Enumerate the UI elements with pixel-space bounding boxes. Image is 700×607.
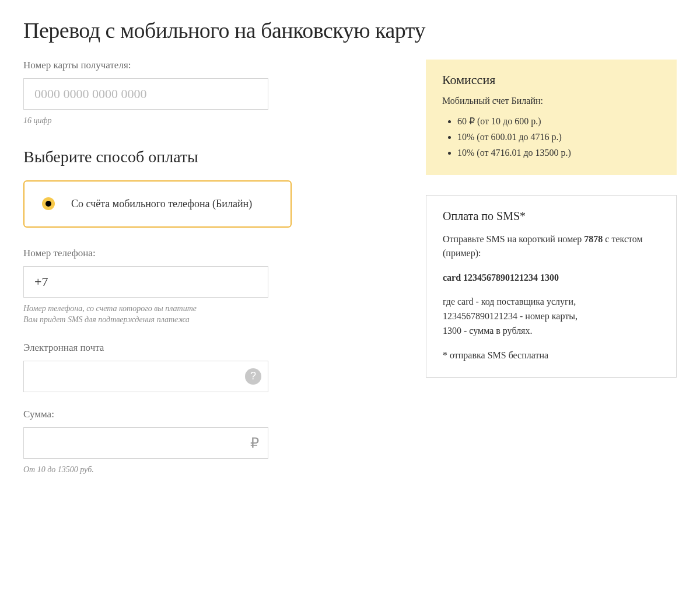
payment-method-heading: Выберите способ оплаты <box>23 148 292 166</box>
sms-panel: Оплата по SMS* Отправьте SMS на короткий… <box>426 195 677 378</box>
help-icon[interactable]: ? <box>245 368 261 385</box>
sms-explain: где card - код поставщика услуги, 123456… <box>443 295 660 338</box>
card-number-input[interactable] <box>23 78 268 110</box>
amount-label: Сумма: <box>23 409 292 420</box>
amount-input[interactable] <box>23 427 268 459</box>
commission-panel: Комиссия Мобильный счет Билайн: 60 ₽ (от… <box>426 60 677 175</box>
commission-subtitle: Мобильный счет Билайн: <box>442 96 660 106</box>
sms-note: * отправка SMS бесплатна <box>443 350 660 361</box>
payment-method-label: Со счёта мобильного телефона (Билайн) <box>71 197 252 211</box>
list-item: 10% (от 600.01 до 4716 р.) <box>457 129 660 145</box>
sms-title: Оплата по SMS* <box>443 210 660 223</box>
email-input[interactable] <box>23 361 268 392</box>
radio-selected-icon <box>42 197 55 210</box>
phone-hint: Номер телефона, со счета которого вы пла… <box>23 304 292 326</box>
commission-title: Комиссия <box>442 72 660 88</box>
card-label: Номер карты получателя: <box>23 60 292 71</box>
sms-example: card 1234567890121234 1300 <box>443 273 660 283</box>
phone-label: Номер телефона: <box>23 247 292 259</box>
email-label: Электронная почта <box>23 342 292 354</box>
payment-method-mobile[interactable]: Со счёта мобильного телефона (Билайн) <box>23 180 292 228</box>
commission-list: 60 ₽ (от 10 до 600 р.) 10% (от 600.01 до… <box>442 113 660 161</box>
page-title: Перевод с мобильного на банковскую карту <box>23 18 677 43</box>
amount-hint: От 10 до 13500 руб. <box>23 465 292 476</box>
list-item: 10% (от 4716.01 до 13500 р.) <box>457 145 660 161</box>
card-hint: 16 цифр <box>23 116 292 127</box>
phone-input[interactable] <box>23 266 268 298</box>
sms-intro: Отправьте SMS на короткий номер 7878 с т… <box>443 232 660 261</box>
list-item: 60 ₽ (от 10 до 600 р.) <box>457 113 660 129</box>
